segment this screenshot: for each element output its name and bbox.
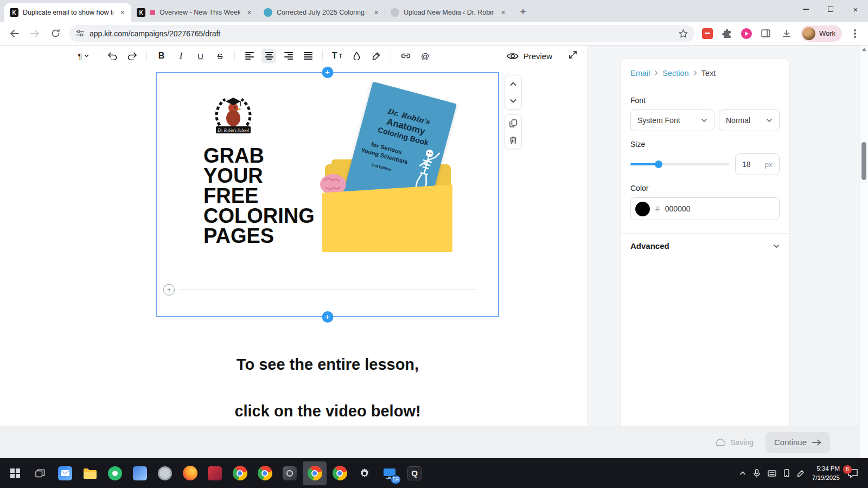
browser-profile-chip[interactable]: Work [801, 25, 842, 42]
bold-button[interactable]: B [154, 49, 169, 63]
minimize-button[interactable] [793, 0, 818, 18]
close-button[interactable]: × [843, 0, 868, 18]
tray-phone[interactable] [784, 469, 789, 477]
underline-button[interactable]: U [193, 49, 208, 63]
strikethrough-button[interactable]: S [213, 49, 227, 63]
align-justify-button[interactable] [301, 49, 315, 63]
font-size-input[interactable] [742, 160, 758, 169]
taskbar-firefox[interactable] [178, 461, 202, 485]
new-tab-button[interactable]: + [515, 4, 531, 20]
browser-tab-1[interactable]: K Duplicate email to show how to × [4, 3, 131, 22]
tray-mic[interactable] [754, 469, 760, 478]
color-value[interactable]: 000000 [665, 204, 691, 213]
add-block-above-button[interactable]: + [322, 67, 333, 78]
duplicate-block-button[interactable] [505, 115, 521, 132]
text-color-button[interactable] [349, 49, 364, 63]
tray-pen[interactable] [797, 470, 805, 477]
scrollbar-up-arrow[interactable] [862, 48, 866, 51]
redo-button[interactable] [125, 49, 139, 63]
align-right-button[interactable] [281, 49, 296, 63]
maximize-button[interactable] [818, 0, 843, 18]
move-block-down-button[interactable] [505, 92, 521, 109]
toolbar-divider [322, 50, 323, 61]
kit-favicon: K [137, 8, 145, 17]
taskbar-clock[interactable]: 5:34 PM 7/19/2025 [812, 464, 840, 482]
font-weight-select[interactable]: Normal [719, 110, 780, 131]
highlight-pen-button[interactable] [369, 49, 384, 63]
paragraph-style-button[interactable]: ¶ [76, 49, 91, 63]
color-input-box[interactable]: # 000000 [630, 197, 780, 220]
taskbar-chrome-2[interactable] [253, 461, 277, 485]
address-bar[interactable]: app.kit.com/campaigns/20276765/draft [69, 25, 694, 42]
extensions-puzzle-icon[interactable] [720, 27, 733, 40]
taskbar-chrome-4[interactable] [328, 461, 352, 485]
downloads-icon[interactable] [780, 27, 793, 40]
mention-button[interactable]: @ [418, 49, 432, 63]
font-family-select[interactable]: System Font [630, 110, 714, 131]
toolbar-divider [234, 50, 235, 61]
taskbar-file-explorer[interactable] [78, 461, 102, 485]
taskbar-red-app[interactable] [203, 461, 227, 485]
browser-tab-4[interactable]: Upload New Media ‹ Dr. Robin' × [385, 3, 512, 22]
tab-close-icon[interactable]: × [118, 8, 127, 17]
italic-button[interactable]: I [174, 49, 188, 63]
undo-button[interactable] [105, 49, 120, 63]
bookmark-star-icon[interactable] [679, 29, 688, 38]
add-block-below-button[interactable]: + [322, 311, 333, 323]
task-view-button[interactable] [28, 461, 52, 485]
browser-tab-2[interactable]: K Overview - New This Week: I × [131, 3, 258, 22]
continue-button[interactable]: Continue [765, 432, 830, 453]
breadcrumb-section[interactable]: Section [662, 69, 688, 78]
browser-tab-3[interactable]: Corrected July 2025 Coloring B × [258, 3, 385, 22]
email-body-text[interactable]: To see the entire lesson, [65, 356, 590, 374]
tray-chevron-up[interactable] [739, 471, 746, 476]
taskbar-mail-app[interactable] [53, 461, 77, 485]
align-center-button[interactable] [261, 49, 276, 63]
taskbar-chrome-1[interactable] [228, 461, 252, 485]
color-swatch[interactable] [635, 202, 650, 216]
start-button[interactable] [3, 461, 27, 485]
taskbar-green-app[interactable] [103, 461, 127, 485]
taskbar-settings[interactable] [353, 461, 376, 485]
slider-knob[interactable] [655, 160, 662, 168]
extension-red-icon[interactable] [702, 28, 713, 39]
font-size-slider[interactable] [630, 160, 729, 169]
site-settings-icon[interactable] [76, 30, 84, 37]
tab-close-icon[interactable]: × [499, 8, 508, 17]
tray-keyboard[interactable] [768, 470, 776, 477]
taskbar-blue-app[interactable] [128, 461, 152, 485]
align-left-button[interactable] [242, 49, 257, 63]
advanced-section-toggle[interactable]: Advanced [621, 233, 789, 258]
tab-close-icon[interactable]: × [245, 8, 254, 17]
toolbar-divider [391, 50, 391, 61]
extension-pink-icon[interactable] [741, 28, 752, 39]
move-block-up-button[interactable] [505, 75, 521, 92]
taskbar-pc-app[interactable]: 59 [378, 461, 401, 485]
forward-button[interactable] [28, 27, 41, 40]
tab-close-icon[interactable]: × [372, 8, 381, 17]
email-body-text[interactable]: click on the video below! [65, 402, 590, 420]
side-panel-icon[interactable] [760, 27, 773, 40]
taskbar-chrome-3-active[interactable] [303, 461, 327, 485]
url-text[interactable]: app.kit.com/campaigns/20276765/draft [90, 29, 673, 38]
insert-content-button[interactable]: + [163, 284, 175, 296]
selected-email-section[interactable]: + + Dr. Robin's School [156, 72, 499, 317]
taskbar-q-app[interactable]: Q [403, 461, 426, 485]
size-unit-label: px [765, 160, 773, 169]
taskbar-camera-app[interactable] [278, 461, 302, 485]
link-button[interactable] [398, 49, 413, 63]
back-button[interactable] [8, 27, 21, 40]
notification-center-button[interactable]: 8 [847, 468, 858, 478]
block-actions-group [505, 114, 522, 149]
fullscreen-button[interactable] [569, 50, 577, 61]
refresh-button[interactable] [49, 27, 62, 40]
delete-block-button[interactable] [505, 132, 521, 149]
breadcrumb-email[interactable]: Email [630, 69, 650, 78]
preview-button[interactable]: Preview [507, 52, 552, 61]
continue-label: Continue [774, 438, 807, 447]
scrollbar-thumb[interactable] [861, 142, 866, 180]
page-scrollbar[interactable] [859, 46, 868, 458]
browser-menu-icon[interactable] [854, 33, 856, 35]
text-size-button[interactable]: TT [330, 49, 344, 63]
taskbar-gray-circle-app[interactable] [153, 461, 177, 485]
